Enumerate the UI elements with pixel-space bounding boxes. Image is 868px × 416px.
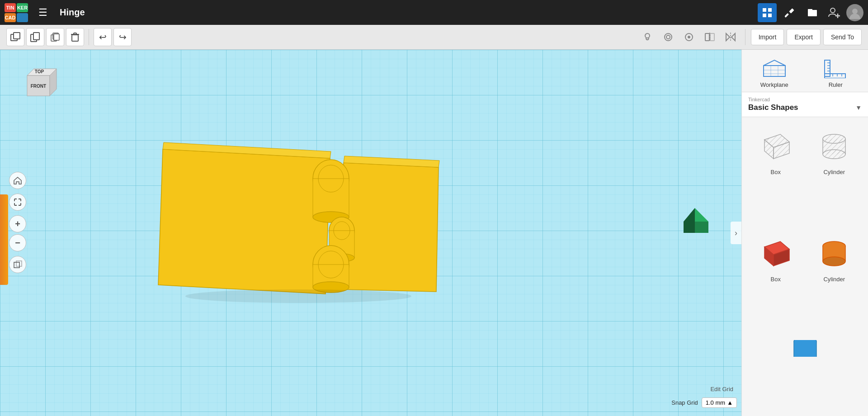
shape-item-partial[interactable] [746, 336, 863, 411]
workplane-tool[interactable]: Workplane [748, 56, 801, 88]
svg-marker-67 [764, 60, 785, 66]
svg-rect-44 [14, 262, 19, 268]
build-button[interactable] [780, 3, 799, 22]
add-user-button[interactable] [826, 4, 843, 21]
svg-rect-2 [763, 14, 766, 17]
avatar[interactable] [846, 4, 863, 21]
category-dropdown[interactable]: Basic Shapes ▼ [748, 103, 862, 112]
logo-tr: KER [17, 3, 28, 12]
category-selector[interactable]: Tinkercad Basic Shapes ▼ [742, 92, 868, 117]
header: TIN KER CAD ☰ Hinge [0, 0, 868, 25]
logo-br [17, 13, 28, 22]
hinge-model[interactable] [127, 104, 443, 339]
svg-marker-48 [341, 163, 439, 292]
shape-item-cylinder-grey[interactable]: Cylinder [805, 122, 864, 229]
view-cube[interactable]: TOP FRONT [14, 60, 54, 100]
copy-button[interactable] [26, 28, 44, 46]
svg-point-30 [688, 36, 690, 38]
perspective-icon [13, 260, 22, 269]
duplicate-button[interactable] [46, 28, 64, 46]
undo-button[interactable]: ↩ [94, 28, 112, 46]
svg-point-27 [665, 33, 672, 41]
zoom-out-button[interactable]: − [9, 234, 26, 251]
svg-text:FRONT: FRONT [31, 84, 46, 89]
ruler-tool[interactable]: Ruler [810, 56, 862, 88]
edit-grid-label[interactable]: Edit Grid [710, 386, 733, 392]
svg-point-11 [849, 14, 860, 19]
send-to-button[interactable]: Send To [823, 29, 862, 45]
svg-text:TOP: TOP [35, 69, 44, 74]
perspective-button[interactable] [9, 256, 26, 273]
hint-button[interactable] [638, 28, 656, 46]
cylinder-orange-label: Cylinder [823, 276, 845, 283]
export-button[interactable]: Export [787, 29, 820, 45]
toolbar: ↩ ↪ [0, 25, 868, 50]
hammer-icon [785, 8, 795, 18]
side-panel-hint[interactable] [0, 194, 8, 285]
view-cube-svg: TOP FRONT [14, 60, 63, 109]
projects-icon [807, 8, 817, 18]
align-button[interactable] [680, 28, 698, 46]
new-shape-button[interactable] [6, 28, 24, 46]
box-red-label: Box [771, 276, 781, 283]
svg-point-8 [830, 8, 835, 13]
category-provider-label: Tinkercad [748, 97, 862, 102]
main: TOP FRONT + − [0, 50, 868, 416]
redo-button[interactable]: ↪ [113, 28, 132, 46]
zoom-in-button[interactable]: + [9, 215, 26, 232]
box-red-icon [755, 233, 796, 274]
shapes-grid: Box [742, 117, 868, 416]
grid-view-button[interactable] [758, 3, 777, 22]
grid-icon [762, 8, 772, 18]
viewport[interactable]: TOP FRONT + − [0, 50, 741, 416]
shape-item-cylinder-orange[interactable]: Cylinder [805, 229, 864, 336]
svg-point-28 [666, 35, 670, 39]
shape-item-box-grey[interactable]: Box [746, 122, 805, 229]
import-button[interactable]: Import [751, 29, 784, 45]
toolbar-right: Import Export Send To [638, 28, 862, 46]
flip-button[interactable] [701, 28, 719, 46]
right-plate [341, 156, 439, 292]
ruler-label: Ruler [829, 81, 843, 88]
header-right [758, 3, 863, 22]
left-plate [158, 142, 331, 294]
menu-button[interactable]: ☰ [33, 3, 52, 22]
home-view-button[interactable] [9, 172, 26, 189]
delete-button[interactable] [66, 28, 84, 46]
shape-item-box-red[interactable]: Box [746, 229, 805, 336]
group-icon [663, 32, 674, 43]
svg-rect-1 [768, 8, 772, 12]
new-shape-icon [10, 32, 20, 42]
partial-shape-icon [785, 340, 826, 358]
box-red-svg [755, 233, 796, 274]
toolbar-divider-2 [745, 29, 745, 45]
svg-rect-66 [764, 66, 785, 76]
avatar-icon [849, 6, 861, 19]
cylinder-grey-icon [814, 126, 854, 167]
fit-view-button[interactable] [9, 194, 26, 211]
delete-icon [70, 32, 80, 42]
panel-tools: Workplane [742, 50, 868, 92]
nav-controls: + − [9, 172, 26, 273]
svg-point-91 [823, 150, 845, 159]
group-button[interactable] [659, 28, 677, 46]
svg-rect-31 [705, 33, 709, 41]
mirror-icon [725, 32, 736, 43]
svg-point-12 [852, 9, 858, 14]
svg-marker-46 [158, 149, 330, 294]
dropdown-arrow-icon: ▼ [855, 104, 862, 111]
mirror-button[interactable] [722, 28, 740, 46]
svg-rect-16 [33, 33, 39, 40]
svg-marker-35 [731, 33, 735, 41]
panel-toggle-button[interactable]: › [731, 222, 741, 244]
snap-value-button[interactable]: 1.0 mm ▲ [702, 397, 737, 408]
ruler-icon [823, 56, 848, 79]
cylinder-grey-svg [814, 126, 854, 167]
tinkercad-logo[interactable]: TIN KER CAD [5, 3, 28, 22]
lightbulb-icon [642, 32, 653, 43]
flip-icon [704, 32, 715, 43]
workplane-icon [762, 56, 787, 79]
workplane-svg [763, 57, 786, 78]
projects-button[interactable] [803, 3, 822, 22]
box-grey-label: Box [771, 169, 781, 175]
